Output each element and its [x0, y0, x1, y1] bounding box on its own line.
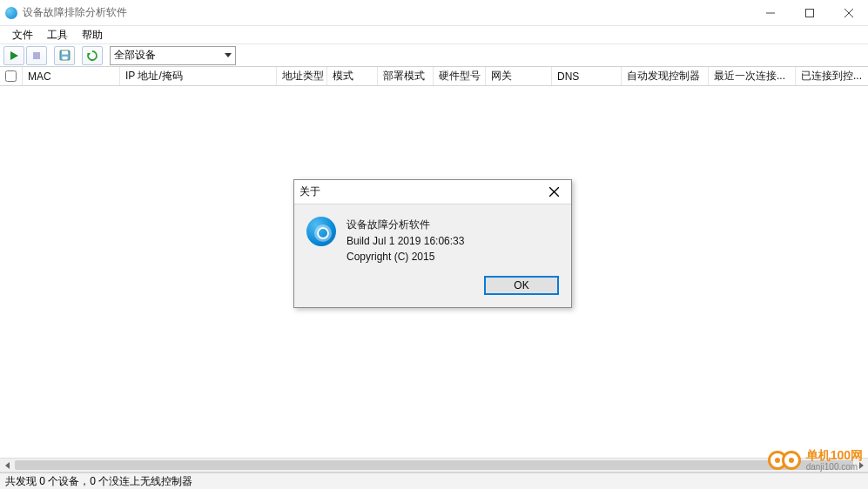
ok-button[interactable]: OK [484, 276, 559, 295]
dialog-title: 关于 [299, 184, 320, 199]
svg-rect-7 [62, 51, 68, 55]
column-ip[interactable]: IP 地址/掩码 [120, 67, 277, 85]
play-button[interactable] [3, 46, 24, 65]
svg-marker-4 [10, 51, 18, 60]
dialog-text: 设备故障分析软件 Build Jul 1 2019 16:06:33 Copyr… [347, 217, 464, 265]
device-filter-combo[interactable]: 全部设备 [110, 46, 236, 65]
status-bar: 共发现 0 个设备，0 个没连上无线控制器 [0, 472, 868, 489]
menu-file[interactable]: 文件 [5, 26, 40, 44]
column-address-type[interactable]: 地址类型 [277, 67, 327, 85]
window-title: 设备故障排除分析软件 [23, 5, 127, 20]
maximize-button[interactable] [790, 0, 829, 26]
app-icon [5, 7, 17, 19]
select-all-checkbox[interactable] [5, 70, 17, 82]
minimize-button[interactable] [750, 0, 790, 26]
column-dns[interactable]: DNS [552, 67, 622, 85]
status-text: 共发现 0 个设备，0 个没连上无线控制器 [5, 474, 192, 489]
product-name: 设备故障分析软件 [347, 217, 464, 233]
svg-marker-10 [5, 462, 10, 469]
scroll-track[interactable] [15, 459, 853, 472]
menu-tools[interactable]: 工具 [40, 26, 75, 44]
close-button[interactable] [829, 0, 868, 26]
column-connected-ctrl[interactable]: 已连接到控... [796, 67, 868, 85]
product-icon [306, 217, 336, 246]
scroll-thumb[interactable] [15, 460, 853, 470]
svg-rect-5 [33, 52, 40, 59]
scroll-right-icon[interactable] [853, 459, 868, 472]
column-checkbox[interactable] [0, 67, 23, 85]
dialog-actions: OK [294, 272, 571, 307]
column-mode[interactable]: 模式 [327, 67, 378, 85]
column-discovered-ctrl[interactable]: 自动发现控制器 [622, 67, 709, 85]
about-dialog: 关于 设备故障分析软件 Build Jul 1 2019 16:06:33 Co… [293, 179, 572, 308]
chevron-down-icon [225, 53, 232, 57]
menu-help[interactable]: 帮助 [75, 26, 110, 44]
dialog-body: 设备故障分析软件 Build Jul 1 2019 16:06:33 Copyr… [294, 204, 571, 272]
menubar: 文件 工具 帮助 [0, 26, 868, 44]
dialog-close-button[interactable] [542, 182, 566, 203]
table-header: MAC IP 地址/掩码 地址类型 模式 部署模式 硬件型号 网关 DNS 自动… [0, 67, 868, 86]
refresh-button[interactable] [82, 46, 103, 65]
stop-button[interactable] [26, 46, 47, 65]
scroll-left-icon[interactable] [0, 459, 15, 472]
device-filter-value: 全部设备 [114, 48, 156, 63]
column-mac[interactable]: MAC [23, 67, 120, 85]
svg-rect-1 [805, 9, 813, 17]
column-gateway[interactable]: 网关 [486, 67, 552, 85]
column-deploy-mode[interactable]: 部署模式 [378, 67, 434, 85]
product-copyright: Copyright (C) 2015 [347, 249, 464, 265]
dialog-titlebar: 关于 [294, 180, 571, 204]
column-hardware-model[interactable]: 硬件型号 [434, 67, 486, 85]
column-last-connect[interactable]: 最近一次连接... [709, 67, 796, 85]
product-build: Build Jul 1 2019 16:06:33 [347, 233, 464, 250]
toolbar: 全部设备 [0, 44, 868, 67]
horizontal-scrollbar[interactable] [0, 458, 868, 472]
save-button[interactable] [54, 46, 75, 65]
svg-rect-8 [62, 57, 67, 60]
window-titlebar: 设备故障排除分析软件 [0, 0, 868, 26]
svg-marker-11 [859, 462, 864, 469]
